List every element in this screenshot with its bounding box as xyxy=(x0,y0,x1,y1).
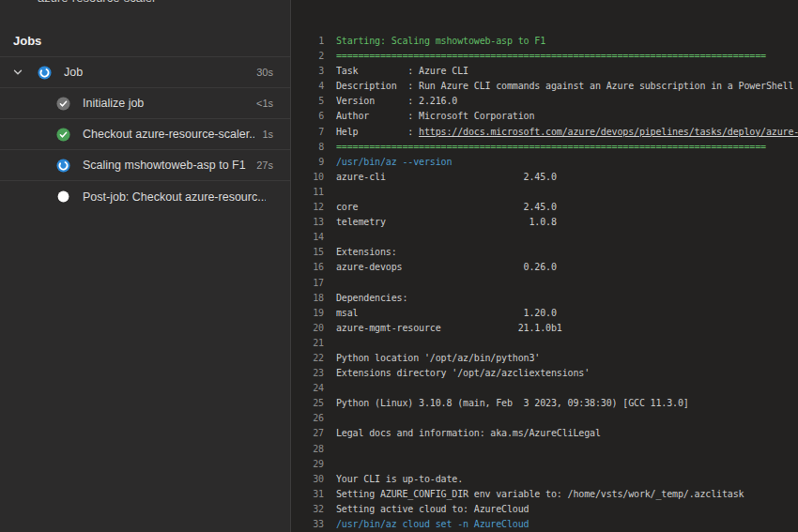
log-line-number: 8 xyxy=(292,140,324,155)
log-line: 27 Legal docs and information: aka.ms/Az… xyxy=(292,426,798,441)
step-status-icon xyxy=(38,66,52,80)
log-line-number: 26 xyxy=(292,411,324,426)
jobs-header: Jobs xyxy=(13,34,41,48)
log-line: 8 ======================================… xyxy=(292,140,798,155)
log-line-text: Starting: Scaling mshowtoweb-asp to F1 xyxy=(336,34,545,49)
log-line-number: 2 xyxy=(292,49,324,64)
step-status-icon xyxy=(56,97,70,111)
log-line: 13 telemetry 1.0.8 xyxy=(292,215,798,230)
log-line: 28 xyxy=(292,442,798,457)
step-row[interactable]: Initialize job <1s xyxy=(0,88,290,119)
log-line: 7 Help : https://docs.microsoft.com/azur… xyxy=(292,125,798,140)
step-duration: 30s xyxy=(256,67,273,78)
log-line: 24 xyxy=(292,381,798,396)
log-line-number: 29 xyxy=(292,457,324,472)
log-line-number: 3 xyxy=(292,64,324,79)
jobs-sidebar: azure-resource-scaler Jobs Job 30s xyxy=(0,0,291,532)
log-line-number: 21 xyxy=(292,336,324,351)
chevron-down-icon[interactable] xyxy=(12,67,23,78)
log-line: 6 Author : Microsoft Corporation xyxy=(292,109,798,124)
log-line: 16 azure-devops 0.26.0 xyxy=(292,260,798,275)
step-row[interactable]: Job 30s xyxy=(0,57,290,88)
step-label: Job xyxy=(64,66,249,79)
log-line: 21 xyxy=(292,336,798,351)
running-spinner-icon xyxy=(38,66,52,80)
log-line: 19 msal 1.20.0 xyxy=(292,306,798,321)
log-line: 23 Extensions directory '/opt/az/azcliex… xyxy=(292,366,798,381)
log-line-number: 32 xyxy=(292,502,324,517)
step-label: Post-job: Checkout azure-resourc... xyxy=(83,190,266,204)
log-line: 15 Extensions: xyxy=(292,245,798,260)
log-line-number: 16 xyxy=(292,260,324,275)
log-line-number: 9 xyxy=(292,155,324,170)
steps-list: Job 30s Initialize job <1s xyxy=(0,56,290,212)
log-line: 25 Python (Linux) 3.10.8 (main, Feb 3 20… xyxy=(292,396,798,411)
log-line-number: 13 xyxy=(292,215,324,230)
help-label: Help : xyxy=(336,127,419,137)
running-spinner-icon xyxy=(56,159,70,173)
log-line: 31 Setting AZURE_CONFIG_DIR env variable… xyxy=(292,487,798,502)
help-link[interactable]: https://docs.microsoft.com/azure/devops/… xyxy=(419,127,798,137)
log-line: 11 xyxy=(292,185,798,200)
log-line-text: Legal docs and information: aka.ms/Azure… xyxy=(336,426,601,441)
log-line-text: ========================================… xyxy=(336,140,766,155)
log-line-number: 4 xyxy=(292,79,324,94)
log-line-text: telemetry 1.0.8 xyxy=(336,215,557,230)
log-line-number: 14 xyxy=(292,230,324,245)
pipeline-title: azure-resource-scaler xyxy=(38,0,156,5)
pending-circle-icon xyxy=(56,190,70,204)
log-line-text: Dependencies: xyxy=(336,291,407,306)
log-line-number: 5 xyxy=(292,94,324,109)
log-line-number: 7 xyxy=(292,125,324,140)
log-line: 18 Dependencies: xyxy=(292,291,798,306)
log-line-text: msal 1.20.0 xyxy=(336,306,557,321)
log-line: 1 Starting: Scaling mshowtoweb-asp to F1 xyxy=(292,34,798,49)
log-line-text: /usr/bin/az --version xyxy=(336,155,452,170)
log-line-number: 11 xyxy=(292,185,324,200)
log-line: 29 xyxy=(292,457,798,472)
log-line: 32 Setting active cloud to: AzureCloud xyxy=(292,502,798,517)
log-line-number: 19 xyxy=(292,306,324,321)
log-line-number: 28 xyxy=(292,442,324,457)
step-status-icon xyxy=(56,190,70,204)
log-line-number: 31 xyxy=(292,487,324,502)
step-row[interactable]: Checkout azure-resource-scaler... 1s xyxy=(0,119,290,150)
log-line-text: Help : https://docs.microsoft.com/azure/… xyxy=(336,125,798,140)
log-line-text: Author : Microsoft Corporation xyxy=(336,109,534,124)
log-line-number: 17 xyxy=(292,276,324,291)
step-row[interactable]: Scaling mshowtoweb-asp to F1 27s xyxy=(0,150,290,181)
step-label: Scaling mshowtoweb-asp to F1 xyxy=(83,159,249,172)
check-circle-icon xyxy=(56,128,70,142)
log-line: 14 xyxy=(292,230,798,245)
log-line-text: Description : Run Azure CLI commands aga… xyxy=(336,79,798,94)
log-line-text: Extensions directory '/opt/az/azcliexten… xyxy=(336,366,590,381)
log-line-text: core 2.45.0 xyxy=(336,200,557,215)
log-line: 30 Your CLI is up-to-date. xyxy=(292,472,798,487)
log-line-number: 30 xyxy=(292,472,324,487)
log-line-number: 12 xyxy=(292,200,324,215)
log-output-panel[interactable]: 1 Starting: Scaling mshowtoweb-asp to F1… xyxy=(292,0,798,532)
log-line-text: Task : Azure CLI xyxy=(336,64,468,79)
step-duration: <1s xyxy=(256,98,273,109)
log-line-number: 15 xyxy=(292,245,324,260)
log-line: 33 /usr/bin/az cloud set -n AzureCloud xyxy=(292,517,798,532)
log-line: 9 /usr/bin/az --version xyxy=(292,155,798,170)
step-row[interactable]: Post-job: Checkout azure-resourc... xyxy=(0,181,290,212)
log-line: 4 Description : Run Azure CLI commands a… xyxy=(292,79,798,94)
log-line: 22 Python location '/opt/az/bin/python3' xyxy=(292,351,798,366)
log-line-text: azure-mgmt-resource 21.1.0b1 xyxy=(336,321,562,336)
step-duration: 1s xyxy=(262,129,273,140)
log-line-number: 25 xyxy=(292,396,324,411)
log-line-text: Extensions: xyxy=(336,245,397,260)
log-line: 20 azure-mgmt-resource 21.1.0b1 xyxy=(292,321,798,336)
log-line-text: azure-devops 0.26.0 xyxy=(336,260,557,275)
log-line-number: 23 xyxy=(292,366,324,381)
log-line-text: Setting AZURE_CONFIG_DIR env variable to… xyxy=(336,487,744,502)
log-line: 17 xyxy=(292,276,798,291)
log-line: 26 xyxy=(292,411,798,426)
log-line-number: 1 xyxy=(292,34,324,49)
log-line-text: ========================================… xyxy=(336,49,766,64)
log-line-text: Setting active cloud to: AzureCloud xyxy=(336,502,529,517)
log-line-text: Python location '/opt/az/bin/python3' xyxy=(336,351,540,366)
log-line-text: Your CLI is up-to-date. xyxy=(336,472,463,487)
